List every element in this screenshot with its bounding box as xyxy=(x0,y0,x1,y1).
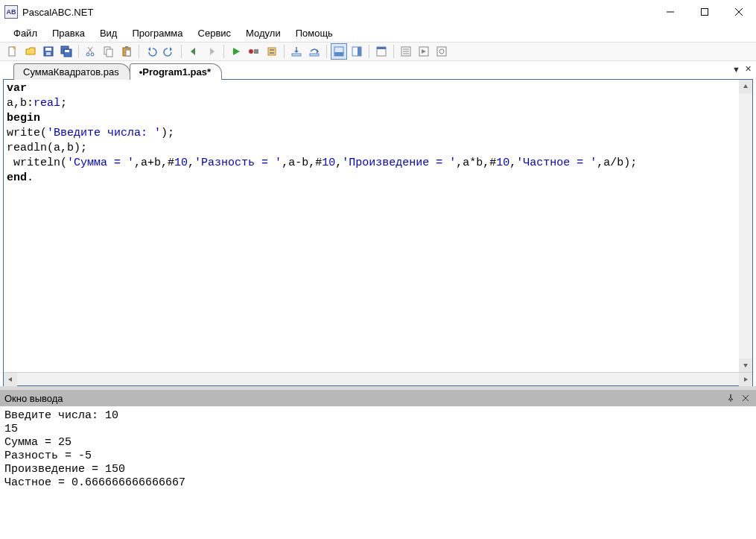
editor-hscrollbar[interactable] xyxy=(4,372,752,385)
code-text: . xyxy=(27,171,34,184)
code-string: 'Введите числа: ' xyxy=(47,127,161,139)
scroll-right-icon[interactable] xyxy=(739,373,752,386)
scroll-left-icon[interactable] xyxy=(4,373,17,386)
code-text: # xyxy=(489,157,496,169)
nav-forward-icon[interactable] xyxy=(203,43,220,60)
extra3-icon[interactable] xyxy=(433,43,450,60)
svg-rect-40 xyxy=(377,47,386,49)
open-file-icon[interactable] xyxy=(22,43,39,60)
svg-marker-51 xyxy=(8,377,12,382)
code-text: ; xyxy=(60,97,67,110)
code-keyword: var xyxy=(7,82,27,95)
scroll-down-icon[interactable] xyxy=(739,359,752,372)
code-keyword: end xyxy=(7,171,27,184)
form-designer-icon[interactable] xyxy=(373,43,390,60)
code-text: writeln( xyxy=(7,157,67,169)
code-text: ); xyxy=(161,127,174,139)
output-panel-title: Окно вывода xyxy=(4,393,63,404)
paste-icon[interactable] xyxy=(118,43,135,60)
svg-rect-30 xyxy=(270,52,274,54)
tab-close-icon[interactable]: ✕ xyxy=(743,64,753,74)
menu-service[interactable]: Сервис xyxy=(191,25,239,41)
menu-modules[interactable]: Модули xyxy=(238,25,288,41)
toolbar-separator xyxy=(139,45,139,58)
svg-point-26 xyxy=(249,49,253,54)
undo-icon[interactable] xyxy=(143,43,159,60)
menu-program[interactable]: Программа xyxy=(124,25,190,41)
code-text: write( xyxy=(7,127,47,139)
toolbar-separator xyxy=(369,45,369,58)
cut-icon[interactable] xyxy=(83,43,99,60)
compile-icon[interactable] xyxy=(264,43,280,60)
menu-help[interactable]: Помощь xyxy=(288,25,340,41)
menu-edit[interactable]: Правка xyxy=(45,25,92,41)
menu-view[interactable]: Вид xyxy=(92,25,125,41)
copy-icon[interactable] xyxy=(101,43,117,60)
svg-marker-22 xyxy=(170,47,172,51)
tab-file-1[interactable]: •Program1.pas* xyxy=(130,63,222,80)
output-text[interactable]: Введите числа: 10 15 Сумма = 25 Разность… xyxy=(0,406,756,538)
break-icon[interactable] xyxy=(246,43,262,60)
minimize-button[interactable] xyxy=(653,1,687,23)
save-all-icon[interactable] xyxy=(58,43,74,60)
svg-marker-23 xyxy=(191,48,195,55)
code-editor[interactable]: var a,b:real; begin write('Введите числа… xyxy=(4,80,739,372)
svg-marker-49 xyxy=(743,84,748,88)
step-over-icon[interactable] xyxy=(306,43,323,60)
toolbar-separator xyxy=(78,45,79,58)
svg-marker-21 xyxy=(148,47,150,51)
toggle-output-icon[interactable] xyxy=(331,43,347,60)
code-text: ,a/b); xyxy=(597,157,637,169)
extra1-icon[interactable] xyxy=(398,43,414,60)
toolbar-separator xyxy=(326,45,327,58)
pin-icon[interactable] xyxy=(725,392,737,404)
menu-bar: Файл Правка Вид Программа Сервис Модули … xyxy=(0,24,756,42)
code-number: 10 xyxy=(496,157,509,169)
close-button[interactable] xyxy=(722,1,756,23)
svg-marker-46 xyxy=(422,49,426,54)
new-file-icon[interactable] xyxy=(4,43,21,60)
app-title: PascalABC.NET xyxy=(22,7,653,18)
svg-point-14 xyxy=(86,53,89,56)
svg-rect-20 xyxy=(126,50,130,56)
editor-frame: var a,b:real; begin write('Введите числа… xyxy=(3,79,753,386)
svg-rect-17 xyxy=(107,49,112,57)
code-text: a,b: xyxy=(7,97,34,110)
toggle-panel2-icon[interactable] xyxy=(349,43,365,60)
toolbar-separator xyxy=(223,45,224,58)
svg-marker-32 xyxy=(294,51,299,53)
run-icon[interactable] xyxy=(228,43,244,60)
svg-marker-50 xyxy=(743,364,748,368)
maximize-button[interactable] xyxy=(687,1,722,23)
svg-marker-52 xyxy=(744,377,748,382)
output-panel-header: Окно вывода xyxy=(0,390,756,406)
panel-close-icon[interactable] xyxy=(740,392,752,404)
toolbar-separator xyxy=(393,45,394,58)
editor-vscrollbar[interactable] xyxy=(739,80,752,372)
tab-dropdown-icon[interactable]: ▼ xyxy=(731,65,742,74)
svg-rect-1 xyxy=(702,9,708,16)
code-number: 10 xyxy=(174,157,188,169)
menu-file[interactable]: Файл xyxy=(6,25,45,41)
save-icon[interactable] xyxy=(40,43,57,60)
code-string: 'Частное = ' xyxy=(516,157,597,169)
svg-marker-25 xyxy=(233,48,240,55)
svg-rect-28 xyxy=(268,48,276,55)
extra2-icon[interactable] xyxy=(416,43,432,60)
toolbar xyxy=(0,42,756,61)
code-number: 10 xyxy=(322,157,335,169)
svg-point-48 xyxy=(439,49,444,54)
toolbar-separator xyxy=(181,45,182,58)
step-into-icon[interactable] xyxy=(288,43,305,60)
code-text: # xyxy=(315,157,322,169)
code-text: # xyxy=(168,157,174,169)
tab-file-0[interactable]: СуммаКвадратов.pas xyxy=(13,63,130,80)
code-text: , xyxy=(509,157,516,169)
code-keyword: begin xyxy=(7,112,40,124)
scroll-up-icon[interactable] xyxy=(739,80,752,93)
svg-rect-11 xyxy=(65,50,69,52)
nav-back-icon[interactable] xyxy=(185,43,202,60)
redo-icon[interactable] xyxy=(161,43,177,60)
svg-rect-8 xyxy=(46,52,51,55)
code-text: ,a-b, xyxy=(282,157,315,169)
